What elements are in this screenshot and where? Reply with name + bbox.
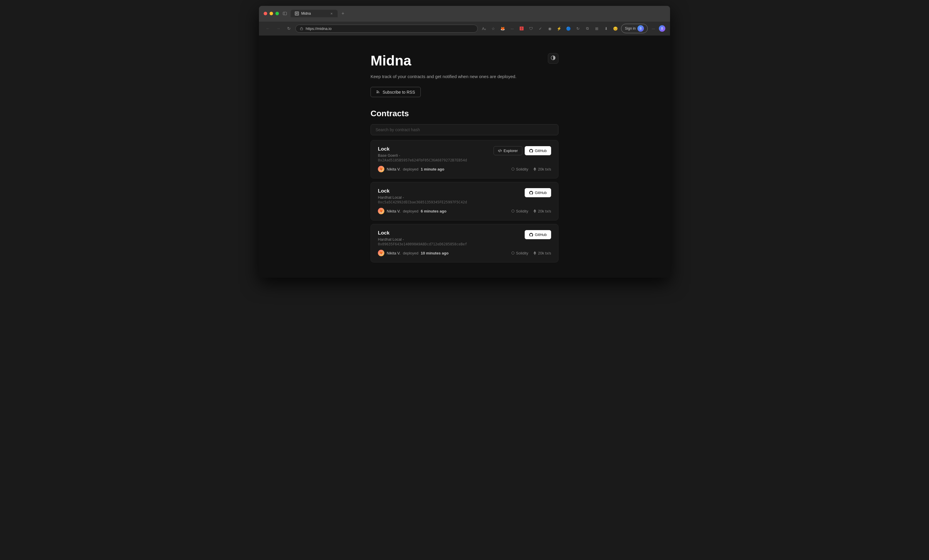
bookmark-icon[interactable]: ☆ [489,24,497,32]
extension-blue-icon[interactable]: 🔵 [565,24,572,32]
contract-address: 0x2Aad5185B5957e624FbF05C36A6879272B7EB5… [378,158,494,162]
gas-label: 20k tx/s [538,251,551,256]
extension-dots-icon[interactable]: ··· [508,24,516,32]
contract-meta: Solidity 20k tx/s [512,167,551,171]
contract-info: Lock Base Goerli - 0x2Aad5185B5957e624Fb… [378,146,494,162]
deployer-name: Nikita V. [387,209,400,213]
theme-icon [550,55,556,62]
deployer-avatar: 🦊 [378,166,384,172]
github-button[interactable]: GitHub [525,230,551,239]
forward-button[interactable]: → [274,24,282,32]
browser-window: Midna ✕ + ← → ↻ https://midna.io Aₐ ☆ 🦊 … [259,6,670,278]
contract-network: Hardhat Local - [378,195,525,200]
contract-card: Lock Hardhat Local - 0xc5a5C42992dECbae3… [371,182,558,220]
extension-key-icon[interactable]: ⚡ [555,24,563,32]
sign-in-label: Sign in [625,26,636,31]
contract-footer: 🦊 Nikita V. deployed 6 minutes ago Solid… [378,208,551,214]
contract-info: Lock Hardhat Local - 0x09635F643e140090A… [378,230,525,246]
extension-red-icon[interactable]: 🅱 [518,24,525,32]
contract-info: Lock Hardhat Local - 0xc5a5C42992dECbae3… [378,188,525,204]
back-button[interactable]: ← [264,24,272,32]
language-label: Solidity [516,209,528,213]
svg-point-7 [377,92,377,93]
tab-title: Midna [301,11,327,15]
deployer-name: Nikita V. [387,167,400,171]
page-content: Midna Keep track of your contracts and g… [259,35,670,278]
gas-meta: 20k tx/s [533,251,551,256]
lock-icon [300,27,303,30]
contract-name: Lock [378,188,525,194]
tab-bar: Midna ✕ + [291,9,665,18]
contract-footer: 🦊 Nikita V. deployed 1 minute ago Solidi… [378,166,551,172]
github-icon [529,191,533,195]
extension-refresh-icon[interactable]: ↻ [574,24,582,32]
contract-name: Lock [378,146,494,152]
deploy-text: deployed [403,167,419,171]
language-icon [512,168,514,170]
browser-titlebar: Midna ✕ + [259,6,670,21]
toolbar-right: Aₐ ☆ 🦊 ··· 🅱 🛡 ✓ ◉ ⚡ 🔵 ↻ ⧉ ⊞ ⬇ 😊 Sign in… [480,24,665,33]
svg-rect-3 [296,13,298,13]
extension-check-icon[interactable]: ✓ [537,24,544,32]
extension-fox-icon[interactable]: 🦊 [499,24,506,32]
page-header: Midna [371,53,558,69]
theme-toggle-button[interactable] [548,53,558,64]
downloads-icon[interactable]: ⬇ [602,24,610,32]
contract-header: Lock Base Goerli - 0x2Aad5185B5957e624Fb… [378,146,551,162]
split-view-icon[interactable]: ⧉ [583,24,591,32]
page-subtitle: Keep track of your contracts and get not… [371,73,558,80]
gas-label: 20k tx/s [538,209,551,213]
explorer-btn-label: Explorer [504,148,518,153]
svg-rect-0 [283,12,287,15]
more-options-button[interactable]: ··· [650,24,657,32]
svg-marker-10 [533,169,536,171]
language-meta: Solidity [512,209,528,213]
contract-actions: Explorer GitHub [494,146,551,155]
minimize-button[interactable] [270,12,273,15]
gas-label: 20k tx/s [538,167,551,171]
deploy-time: 1 minute ago [421,167,444,171]
sign-in-button[interactable]: Sign in B [621,24,648,33]
page-title: Midna [371,53,411,69]
extension-shield-icon[interactable]: 🛡 [527,24,535,32]
github-button[interactable]: GitHub [525,188,551,197]
contract-name: Lock [378,230,525,236]
url-text[interactable]: https://midna.io [306,26,331,31]
language-icon [512,251,514,254]
sidebar-bookmarks-icon[interactable]: ⊞ [593,24,601,32]
user-profile-icon[interactable]: B [659,25,665,32]
contract-header: Lock Hardhat Local - 0x09635F643e140090A… [378,230,551,246]
github-button[interactable]: GitHub [525,146,551,155]
eth-icon [533,167,537,171]
language-meta: Solidity [512,251,528,256]
contract-card: Lock Hardhat Local - 0x09635F643e140090A… [371,224,558,262]
sidebar-toggle-icon[interactable] [282,11,287,16]
extension-face-icon[interactable]: 😊 [612,24,619,32]
translate-icon[interactable]: Aₐ [480,24,488,32]
svg-marker-12 [533,211,536,213]
contract-search-input[interactable] [371,124,558,135]
contract-network: Hardhat Local - [378,237,525,242]
new-tab-button[interactable]: + [339,9,347,18]
active-tab[interactable]: Midna ✕ [291,10,338,17]
github-btn-label: GitHub [535,148,547,153]
gas-meta: 20k tx/s [533,209,551,213]
contract-address: 0xc5a5C42992dECbae36851359345FE25997F5C4… [378,200,525,204]
language-label: Solidity [516,251,528,256]
address-bar[interactable]: https://midna.io [295,24,478,32]
explorer-button[interactable]: Explorer [494,146,522,155]
tab-close-button[interactable]: ✕ [330,11,334,15]
reload-button[interactable]: ↻ [285,24,293,32]
close-button[interactable] [264,12,267,15]
contracts-title: Contracts [371,109,558,118]
deployer-info: 🦊 Nikita V. deployed 10 minutes ago [378,250,449,256]
svg-rect-4 [296,14,297,14]
deployer-info: 🦊 Nikita V. deployed 1 minute ago [378,166,444,172]
deployer-avatar: 🦊 [378,208,384,214]
extension-circle-icon[interactable]: ◉ [546,24,553,32]
contract-actions: GitHub [525,188,551,197]
svg-rect-5 [300,28,303,30]
maximize-button[interactable] [275,12,279,15]
deployer-name: Nikita V. [387,251,400,256]
subscribe-rss-button[interactable]: Subscribe to RSS [371,87,421,97]
